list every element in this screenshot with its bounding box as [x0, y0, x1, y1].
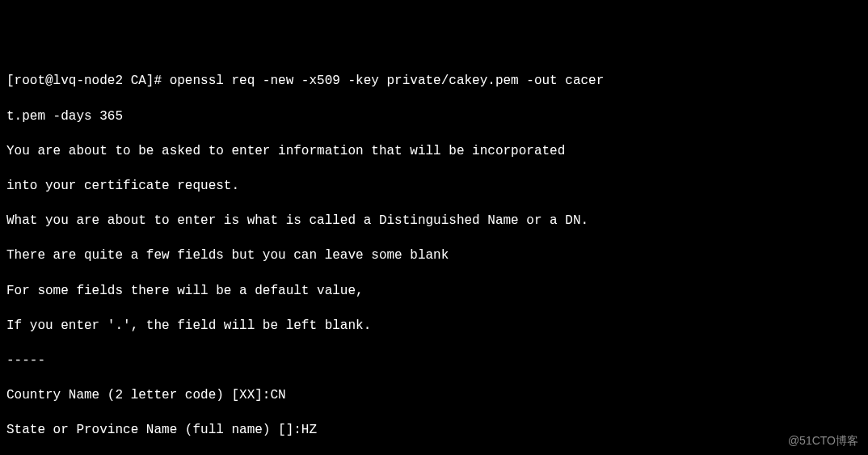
output-info-4: There are quite a few fields but you can…	[6, 247, 862, 265]
output-separator: -----	[6, 352, 862, 370]
watermark-text: @51CTO博客	[788, 433, 858, 449]
output-info-3: What you are about to enter is what is c…	[6, 213, 862, 230]
output-info-6: If you enter '.', the field will be left…	[6, 318, 862, 335]
output-info-5: For some fields there will be a default …	[6, 283, 862, 301]
prompt-state: State or Province Name (full name) []:HZ	[6, 422, 862, 440]
cmd-openssl-line1: [root@lvq-node2 CA]# openssl req -new -x…	[6, 73, 862, 91]
prompt-country: Country Name (2 letter code) [XX]:CN	[6, 387, 862, 405]
cmd-openssl-line2: t.pem -days 365	[6, 108, 862, 126]
output-info-1: You are about to be asked to enter infor…	[6, 143, 862, 161]
output-info-2: into your certificate request.	[6, 178, 862, 196]
